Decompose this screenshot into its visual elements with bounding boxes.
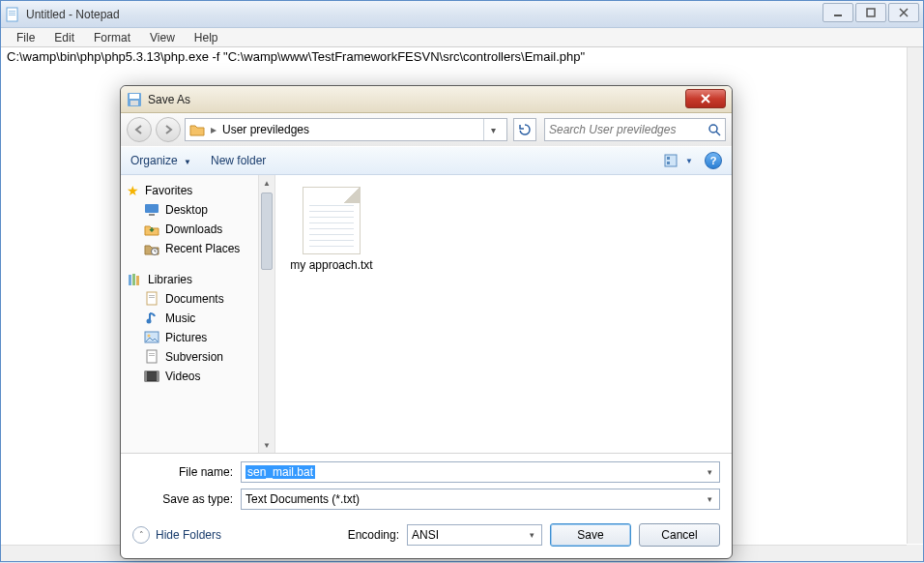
notepad-menubar: File Edit Format View Help — [1, 28, 923, 47]
menu-help[interactable]: Help — [187, 29, 226, 46]
nav-item-pictures[interactable]: Pictures — [121, 328, 274, 347]
save-icon — [127, 92, 142, 107]
savetype-label: Save as type: — [132, 492, 241, 506]
maximize-button[interactable] — [855, 3, 886, 22]
svg-rect-31 — [157, 371, 159, 381]
dialog-close-button[interactable] — [685, 89, 726, 108]
svg-rect-13 — [667, 162, 670, 164]
documents-icon — [144, 291, 159, 307]
nav-item-videos[interactable]: Videos — [121, 367, 274, 386]
svg-point-9 — [709, 125, 717, 133]
svg-rect-14 — [145, 204, 159, 213]
svg-rect-18 — [132, 274, 135, 285]
navigation-pane: ★ Favorites Desktop Downloads Recent Pla… — [121, 175, 275, 453]
chevron-down-icon[interactable]: ▾ — [524, 527, 539, 543]
search-box[interactable] — [544, 118, 726, 141]
nav-item-documents[interactable]: Documents — [121, 289, 274, 309]
filename-input[interactable]: sen_mail.bat — [245, 465, 315, 479]
downloads-icon — [144, 222, 159, 237]
dialog-titlebar: Save As — [121, 86, 732, 113]
window-controls — [821, 3, 919, 22]
forward-button[interactable] — [156, 117, 181, 142]
organize-menu[interactable]: Organize ▼ — [130, 154, 191, 167]
svg-rect-4 — [834, 15, 842, 16]
svg-rect-19 — [136, 276, 139, 285]
save-button[interactable]: Save — [550, 523, 631, 547]
nav-item-downloads[interactable]: Downloads — [121, 220, 274, 239]
music-icon — [144, 311, 159, 326]
svg-rect-8 — [130, 101, 138, 105]
search-icon — [707, 123, 721, 136]
svg-line-10 — [716, 132, 720, 135]
nav-item-music[interactable]: Music — [121, 309, 274, 328]
chevron-down-icon[interactable]: ▾ — [702, 491, 717, 507]
filename-combo[interactable]: sen_mail.bat ▾ — [241, 461, 720, 483]
dialog-body: ★ Favorites Desktop Downloads Recent Pla… — [121, 175, 732, 454]
chevron-down-icon[interactable]: ▾ — [702, 464, 717, 480]
svg-rect-27 — [149, 353, 155, 354]
help-button[interactable]: ? — [705, 152, 722, 169]
nav-favorites-header[interactable]: ★ Favorites — [121, 181, 274, 200]
svg-rect-29 — [145, 371, 159, 381]
close-button[interactable] — [888, 3, 919, 22]
back-button[interactable] — [127, 117, 152, 142]
menu-file[interactable]: File — [9, 29, 43, 46]
breadcrumb-current[interactable]: User previledges — [218, 123, 313, 136]
minimize-button[interactable] — [823, 3, 853, 22]
encoding-value: ANSI — [412, 528, 439, 542]
dialog-command-bar: Organize ▼ New folder ▼ ? — [121, 146, 732, 175]
nav-item-subversion[interactable]: Subversion — [121, 347, 274, 367]
svg-rect-1 — [9, 11, 15, 12]
svg-rect-7 — [130, 94, 139, 99]
encoding-combo[interactable]: ANSI ▾ — [407, 524, 542, 546]
chevron-up-icon: ˄ — [132, 526, 150, 544]
svg-rect-17 — [129, 275, 131, 285]
svg-rect-11 — [665, 155, 677, 166]
notepad-icon — [5, 7, 20, 22]
folder-icon — [189, 122, 205, 137]
savetype-combo[interactable]: Text Documents (*.txt) ▾ — [241, 489, 720, 510]
subversion-icon — [144, 349, 159, 365]
svg-point-25 — [148, 335, 151, 338]
dialog-footer: File name: sen_mail.bat ▾ Save as type: … — [121, 454, 732, 558]
notepad-titlebar: Untitled - Notepad — [1, 1, 923, 28]
desktop-icon — [144, 202, 159, 218]
svg-rect-28 — [149, 355, 155, 356]
hide-folders-button[interactable]: ˄ Hide Folders — [132, 526, 221, 544]
svg-rect-20 — [147, 292, 157, 305]
navpane-scrollbar[interactable]: ▲▼ — [258, 175, 274, 453]
nav-item-recent-places[interactable]: Recent Places — [121, 239, 274, 258]
menu-edit[interactable]: Edit — [46, 29, 82, 46]
libraries-icon — [127, 272, 142, 287]
svg-point-23 — [147, 319, 152, 324]
dialog-nav-toolbar: ▸ User previledges ▾ — [121, 113, 732, 146]
nav-item-desktop[interactable]: Desktop — [121, 200, 274, 220]
encoding-label: Encoding: — [348, 528, 399, 542]
menu-view[interactable]: View — [142, 29, 183, 46]
notepad-content: C:\wamp\bin\php\php5.3.13\php.exe -f "C:… — [7, 49, 585, 64]
vertical-scrollbar[interactable] — [907, 47, 923, 544]
view-options-button[interactable]: ▼ — [664, 154, 693, 167]
menu-format[interactable]: Format — [86, 29, 138, 46]
svg-rect-22 — [149, 297, 155, 298]
nav-libraries-header[interactable]: Libraries — [121, 270, 274, 289]
refresh-button[interactable] — [513, 118, 536, 141]
new-folder-button[interactable]: New folder — [211, 154, 266, 167]
scroll-corner — [907, 545, 923, 561]
videos-icon — [144, 369, 159, 384]
savetype-value: Text Documents (*.txt) — [245, 492, 360, 506]
save-as-dialog: Save As ▸ User previledges ▾ — [120, 85, 733, 559]
file-item[interactable]: my approach.txt — [287, 187, 376, 272]
cancel-button[interactable]: Cancel — [639, 523, 720, 547]
filename-label: File name: — [132, 465, 241, 479]
search-input[interactable] — [549, 123, 707, 136]
svg-rect-5 — [867, 9, 875, 16]
file-name-label: my approach.txt — [287, 258, 376, 272]
address-dropdown-button[interactable]: ▾ — [483, 119, 503, 140]
address-bar[interactable]: ▸ User previledges ▾ — [185, 118, 507, 141]
svg-rect-26 — [147, 350, 157, 363]
file-list-pane[interactable]: my approach.txt — [275, 175, 732, 453]
recent-icon — [144, 241, 159, 256]
svg-rect-2 — [9, 13, 15, 14]
svg-rect-15 — [149, 214, 155, 216]
